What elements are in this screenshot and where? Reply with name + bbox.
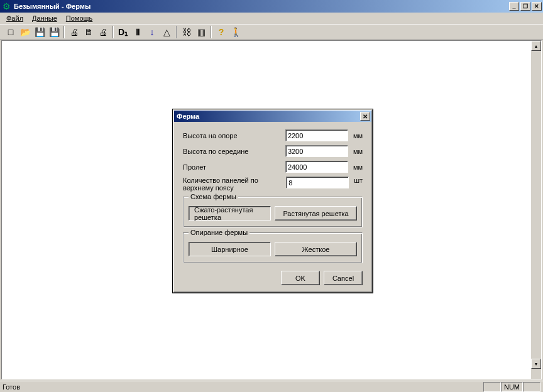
unit-mm: мм xyxy=(353,163,363,171)
separator xyxy=(211,26,212,38)
panels-label: Количество панелей по верхнему поясу xyxy=(183,177,286,192)
open-icon[interactable]: 📂 xyxy=(18,25,32,39)
span-label: Пролет xyxy=(183,163,285,171)
scroll-down-icon[interactable]: ▾ xyxy=(531,359,541,369)
scheme-title: Схема фермы xyxy=(189,193,238,200)
separator xyxy=(112,26,114,38)
panels-input[interactable] xyxy=(286,177,349,188)
height-support-input[interactable] xyxy=(285,129,348,141)
unit-mm: мм xyxy=(353,148,363,155)
scheme-compressed-button[interactable]: Сжато-растянутая решетка xyxy=(189,206,271,220)
close-button[interactable]: ✕ xyxy=(532,2,542,11)
titlebar: ⚙ Безымянный - Фермы _ ❐ ✕ xyxy=(0,0,543,13)
triangle-icon[interactable]: △ xyxy=(160,25,173,39)
minimize-button[interactable]: _ xyxy=(509,2,519,11)
preview-icon[interactable]: 🗎 xyxy=(82,25,96,39)
support-groupbox: Опирание фермы Шарнирное Жесткое xyxy=(183,232,363,263)
support-title: Опирание фермы xyxy=(189,229,250,236)
toolbar: □ 📂 💾 💾 🖨 🗎 🖨 D₁ Ⅱ ↓ △ ⛓ ▥ ? 🚶 xyxy=(0,24,543,40)
height-mid-input[interactable] xyxy=(285,145,348,157)
dialog-ferma: Ферма ✕ Высота на опоре мм Высота по сер… xyxy=(173,109,373,293)
support-rigid-button[interactable]: Жесткое xyxy=(275,242,357,256)
status-cell xyxy=(523,382,540,392)
unit-mm: мм xyxy=(353,132,363,139)
dialog-title: Ферма xyxy=(177,112,199,120)
save2-icon[interactable]: 💾 xyxy=(47,25,61,39)
scroll-up-icon[interactable]: ▴ xyxy=(531,41,541,51)
cancel-button[interactable]: Cancel xyxy=(324,271,363,285)
unit-pcs: шт xyxy=(354,177,363,184)
separator xyxy=(176,26,177,38)
graph-icon[interactable]: ⛓ xyxy=(180,25,194,39)
span-input[interactable] xyxy=(285,161,348,173)
columns-icon[interactable]: Ⅱ xyxy=(131,25,145,39)
app-icon: ⚙ xyxy=(1,1,11,11)
status-num: NUM xyxy=(501,382,523,392)
scheme-groupbox: Схема фермы Сжато-растянутая решетка Рас… xyxy=(183,197,363,227)
statusbar: Готов NUM xyxy=(0,381,543,392)
print2-icon[interactable]: 🖨 xyxy=(96,25,110,39)
scheme-stretched-button[interactable]: Растянутая решетка xyxy=(275,206,357,220)
menu-data[interactable]: Данные xyxy=(28,14,61,23)
d1-icon[interactable]: D₁ xyxy=(116,25,130,39)
maximize-button[interactable]: ❐ xyxy=(520,2,530,11)
print-icon[interactable]: 🖨 xyxy=(67,25,81,39)
window-title: Безымянный - Фермы xyxy=(14,3,90,10)
dialog-close-button[interactable]: ✕ xyxy=(360,112,370,121)
height-support-label: Высота на опоре xyxy=(183,132,285,139)
scroll-corner xyxy=(531,369,541,379)
menu-file[interactable]: Файл xyxy=(3,14,27,23)
arrow-icon[interactable]: ↓ xyxy=(145,25,159,39)
menu-help[interactable]: Помощь xyxy=(62,14,97,23)
status-ready: Готов xyxy=(3,383,483,391)
dialog-titlebar[interactable]: Ферма ✕ xyxy=(174,111,371,122)
exit-icon[interactable]: 🚶 xyxy=(229,25,243,39)
height-mid-label: Высота по середине xyxy=(183,148,285,155)
new-icon[interactable]: □ xyxy=(4,25,18,39)
ok-button[interactable]: OK xyxy=(281,271,320,285)
vertical-scrollbar[interactable]: ▴ ▾ xyxy=(531,41,541,379)
chart-icon[interactable]: ▥ xyxy=(194,25,208,39)
support-hinged-button[interactable]: Шарнирное xyxy=(189,242,271,256)
status-cell xyxy=(483,382,501,392)
menubar: Файл Данные Помощь xyxy=(0,13,543,24)
save-icon[interactable]: 💾 xyxy=(33,25,47,39)
separator xyxy=(63,26,65,38)
help-icon[interactable]: ? xyxy=(214,25,228,39)
